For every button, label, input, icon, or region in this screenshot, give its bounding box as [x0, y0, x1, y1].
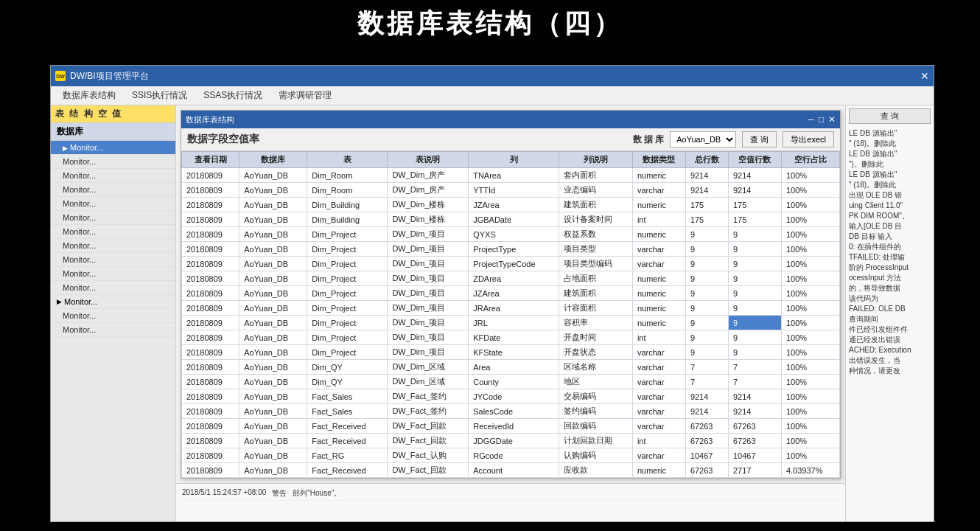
minimize-button[interactable]: ─	[808, 114, 814, 125]
table-cell: int	[632, 434, 685, 448]
table-cell: 20180809	[182, 198, 239, 212]
table-cell: 9214	[685, 183, 728, 198]
left-panel-item-3[interactable]: Monitor...	[51, 183, 175, 197]
table-cell: JRL	[469, 316, 559, 330]
app-close-button[interactable]: ✕	[920, 70, 929, 82]
sub-window: 数据库表结构 ─ □ ✕ 数据字段空值率 数 据 库 AoYuan_DB 查	[181, 110, 841, 479]
left-panel-item-11[interactable]: ▶Monitor...	[51, 295, 175, 309]
table-cell: AoYuan_DB	[239, 463, 307, 478]
table-cell: Dim_QY	[307, 360, 388, 375]
table-cell: 9	[685, 242, 728, 257]
table-cell: AoYuan_DB	[239, 271, 307, 286]
left-panel-item-12[interactable]: Monitor...	[51, 309, 175, 323]
left-panel-db-label: 数据库	[57, 126, 83, 136]
table-cell: 20180809	[182, 212, 239, 227]
table-cell: 9	[728, 301, 781, 316]
table-cell: Dim_Project	[307, 227, 388, 242]
table-cell: 20180809	[182, 168, 239, 183]
log-level: 警告	[272, 488, 287, 499]
table-row[interactable]: 20180809AoYuan_DBDim_BuildingDW_Dim_楼栋JZ…	[182, 198, 840, 212]
table-row[interactable]: 20180809AoYuan_DBFact_SalesDW_Fact_签约Sal…	[182, 404, 840, 419]
table-row[interactable]: 20180809AoYuan_DBFact_RGDW_Fact_认购RGcode…	[182, 448, 840, 463]
log-row: 2018/5/1 15:24:57 +08:00 警告 部列"House"。	[182, 487, 839, 501]
table-row[interactable]: 20180809AoYuan_DBFact_ReceivedDW_Fact_回款…	[182, 463, 840, 478]
table-cell: 项目类型编码	[559, 257, 633, 271]
table-cell: 设计备案时间	[559, 212, 633, 227]
table-cell: Fact_Received	[307, 463, 388, 478]
table-cell: Dim_Room	[307, 168, 388, 183]
table-cell: 20180809	[182, 227, 239, 242]
left-panel-item-10[interactable]: Monitor...	[51, 281, 175, 295]
db-select[interactable]: AoYuan_DB	[670, 131, 736, 148]
table-row[interactable]: 20180809AoYuan_DBDim_ProjectDW_Dim_项目Pro…	[182, 242, 840, 257]
col-header-null-rows: 空值行数	[728, 152, 781, 168]
left-panel-item-4[interactable]: Monitor...	[51, 197, 175, 211]
table-cell: 4.03937%	[781, 463, 839, 478]
left-panel-item-0[interactable]: ▶Monitor...	[51, 141, 175, 155]
menu-item-db-structure[interactable]: 数据库表结构	[55, 88, 123, 103]
table-cell: numeric	[632, 271, 685, 286]
table-row[interactable]: 20180809AoYuan_DBFact_ReceivedDW_Fact_回款…	[182, 419, 840, 434]
table-cell: AoYuan_DB	[239, 448, 307, 463]
left-panel-item-9[interactable]: Monitor...	[51, 267, 175, 281]
left-panel: 表 结 构 空 值 数据库 ▶Monitor... Monitor... Mon…	[51, 105, 176, 521]
table-cell: AoYuan_DB	[239, 404, 307, 419]
table-cell: varchar	[632, 183, 685, 198]
table-row[interactable]: 20180809AoYuan_DBDim_RoomDW_Dim_房产TNArea…	[182, 168, 840, 183]
left-panel-item-8[interactable]: Monitor...	[51, 253, 175, 267]
table-cell: JRArea	[469, 301, 559, 316]
col-header-desc: 表说明	[388, 152, 469, 168]
left-panel-item-7[interactable]: Monitor...	[51, 239, 175, 253]
table-row[interactable]: 20180809AoYuan_DBDim_ProjectDW_Dim_项目KFS…	[182, 345, 840, 360]
export-button[interactable]: 导出execl	[783, 131, 834, 148]
table-row[interactable]: 20180809AoYuan_DBDim_ProjectDW_Dim_项目JZA…	[182, 286, 840, 301]
table-cell: 9	[728, 286, 781, 301]
table-cell: 20180809	[182, 375, 239, 389]
table-cell: numeric	[632, 316, 685, 330]
table-row[interactable]: 20180809AoYuan_DBDim_QYDW_Dim_区域County地区…	[182, 375, 840, 389]
close-button[interactable]: ✕	[828, 114, 836, 125]
table-cell: 9	[685, 345, 728, 360]
table-cell: DW_Dim_房产	[388, 183, 469, 198]
table-cell: numeric	[632, 301, 685, 316]
table-row[interactable]: 20180809AoYuan_DBDim_ProjectDW_Dim_项目Pro…	[182, 257, 840, 271]
table-row[interactable]: 20180809AoYuan_DBDim_ProjectDW_Dim_项目ZDA…	[182, 271, 840, 286]
table-cell: Dim_QY	[307, 375, 388, 389]
left-panel-item-6[interactable]: Monitor...	[51, 225, 175, 239]
table-row[interactable]: 20180809AoYuan_DBFact_ReceivedDW_Fact_回款…	[182, 434, 840, 448]
table-row[interactable]: 20180809AoYuan_DBFact_SalesDW_Fact_签约JYC…	[182, 389, 840, 404]
table-cell: DW_Fact_签约	[388, 404, 469, 419]
left-panel-item-1[interactable]: Monitor...	[51, 155, 175, 169]
left-panel-item-13[interactable]: Monitor...	[51, 323, 175, 337]
table-cell: 100%	[781, 375, 839, 389]
menu-item-survey[interactable]: 需求调研管理	[271, 88, 339, 103]
table-cell: JZArea	[469, 286, 559, 301]
table-row[interactable]: 20180809AoYuan_DBDim_ProjectDW_Dim_项目QYX…	[182, 227, 840, 242]
table-cell: RGcode	[469, 448, 559, 463]
left-panel-item-2[interactable]: Monitor...	[51, 169, 175, 183]
table-row[interactable]: 20180809AoYuan_DBDim_QYDW_Dim_区域Area区域名称…	[182, 360, 840, 375]
table-cell: 9	[728, 345, 781, 360]
table-cell: Dim_Building	[307, 212, 388, 227]
menu-item-ssas[interactable]: SSAS执行情况	[196, 88, 270, 103]
table-cell: 9	[685, 330, 728, 345]
table-cell: 9	[685, 316, 728, 330]
table-cell: 权益系数	[559, 227, 633, 242]
col-header-null-pct: 空行占比	[781, 152, 839, 168]
maximize-button[interactable]: □	[819, 114, 824, 125]
table-row[interactable]: 20180809AoYuan_DBDim_ProjectDW_Dim_项目JRA…	[182, 301, 840, 316]
table-cell: DW_Dim_楼栋	[388, 212, 469, 227]
table-cell: 容积率	[559, 316, 633, 330]
table-row[interactable]: 20180809AoYuan_DBDim_RoomDW_Dim_房产YTTId业…	[182, 183, 840, 198]
table-row[interactable]: 20180809AoYuan_DBDim_ProjectDW_Dim_项目KFD…	[182, 330, 840, 345]
left-panel-db-header: 数据库	[51, 123, 175, 141]
table-cell: 9	[685, 286, 728, 301]
table-cell: 100%	[781, 448, 839, 463]
table-row[interactable]: 20180809AoYuan_DBDim_BuildingDW_Dim_楼栋JG…	[182, 212, 840, 227]
left-panel-item-5[interactable]: Monitor...	[51, 211, 175, 225]
right-query-button[interactable]: 查 询	[849, 108, 931, 124]
query-button[interactable]: 查 询	[742, 131, 777, 148]
menu-item-ssis[interactable]: SSIS执行情况	[125, 88, 195, 103]
table-row[interactable]: 20180809AoYuan_DBDim_ProjectDW_Dim_项目JRL…	[182, 316, 840, 330]
table-cell: AoYuan_DB	[239, 301, 307, 316]
